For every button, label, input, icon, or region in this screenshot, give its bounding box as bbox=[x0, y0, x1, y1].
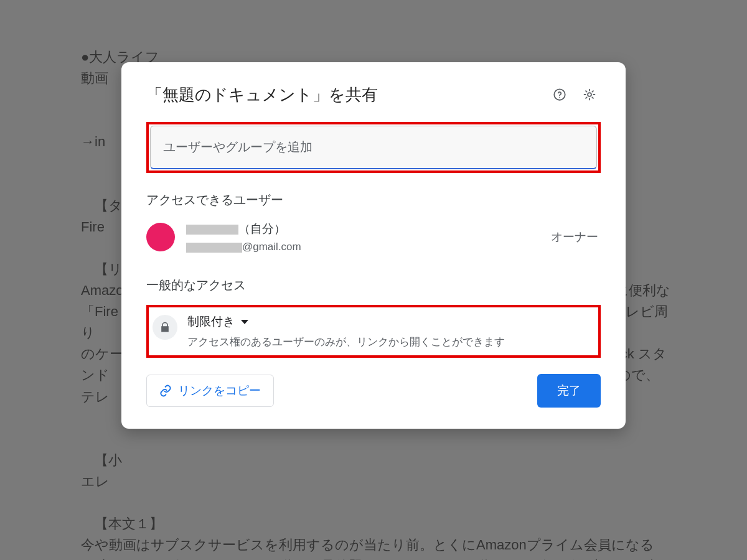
access-scope-description: アクセス権のあるユーザーのみが、リンクから開くことができます bbox=[187, 335, 594, 349]
avatar bbox=[146, 223, 175, 251]
user-row: （自分） @gmail.com オーナー bbox=[146, 218, 601, 256]
user-role: オーナー bbox=[551, 229, 598, 245]
user-email-domain: @gmail.com bbox=[242, 241, 301, 253]
svg-point-2 bbox=[588, 93, 591, 96]
copy-link-button[interactable]: リンクをコピー bbox=[146, 375, 274, 407]
dialog-title: 「無題のドキュメント」を共有 bbox=[146, 84, 541, 106]
add-people-highlight: ユーザーやグループを追加 bbox=[146, 122, 601, 173]
lock-icon bbox=[153, 315, 177, 340]
access-scope-dropdown[interactable]: 制限付き bbox=[187, 314, 594, 330]
add-people-input[interactable]: ユーザーやグループを追加 bbox=[150, 126, 597, 169]
svg-point-1 bbox=[559, 97, 560, 98]
user-name-suffix: （自分） bbox=[238, 222, 286, 235]
done-button[interactable]: 完了 bbox=[537, 374, 601, 408]
copy-link-label: リンクをコピー bbox=[178, 383, 261, 399]
general-access-label: 一般的なアクセス bbox=[146, 277, 601, 294]
gear-icon[interactable] bbox=[578, 83, 601, 106]
redacted-email bbox=[186, 243, 242, 253]
user-email: @gmail.com bbox=[186, 241, 551, 253]
user-meta: （自分） @gmail.com bbox=[186, 221, 551, 253]
caret-down-icon bbox=[241, 320, 248, 324]
access-users-label: アクセスできるユーザー bbox=[146, 192, 601, 208]
share-dialog: 「無題のドキュメント」を共有 ユーザーやグループを追加 アクセスできるユーザー … bbox=[121, 62, 626, 429]
dialog-footer: リンクをコピー 完了 bbox=[146, 374, 601, 408]
user-name: （自分） bbox=[186, 221, 551, 237]
link-icon bbox=[159, 385, 172, 397]
redacted-name bbox=[186, 225, 238, 235]
general-access-highlight: 制限付き アクセス権のあるユーザーのみが、リンクから開くことができます bbox=[146, 305, 601, 358]
access-scope-label: 制限付き bbox=[187, 314, 235, 330]
dialog-header: 「無題のドキュメント」を共有 bbox=[146, 83, 601, 106]
help-icon[interactable] bbox=[548, 83, 571, 106]
